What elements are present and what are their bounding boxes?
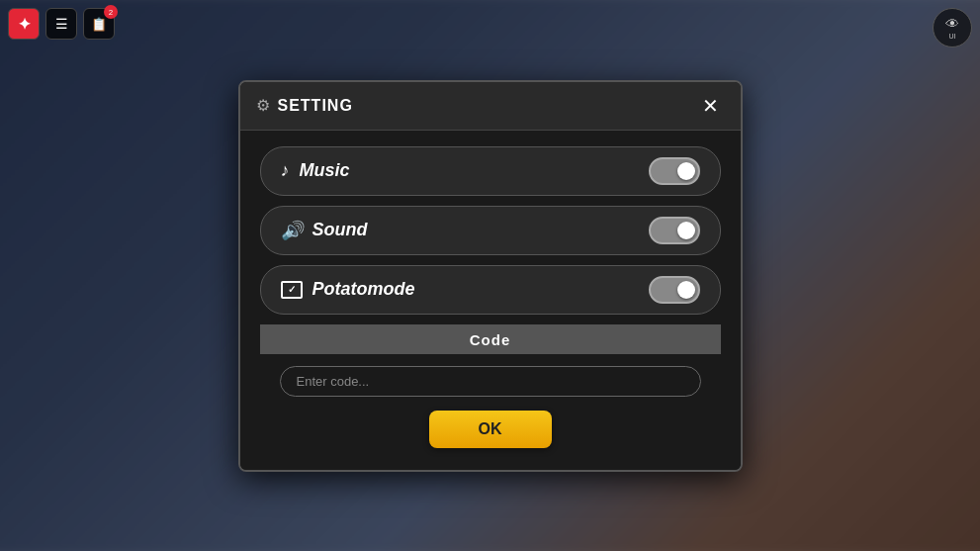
sound-toggle-thumb — [677, 222, 695, 239]
code-input-row — [260, 366, 721, 397]
close-button[interactable]: ✕ — [696, 94, 725, 118]
sound-setting-row: 🔊 Sound — [260, 206, 721, 255]
code-section-label: Code — [260, 325, 721, 354]
potatomode-toggle-thumb — [677, 281, 695, 299]
sound-toggle[interactable] — [649, 217, 700, 244]
code-input[interactable] — [280, 366, 701, 397]
potatomode-label-text: Potatomode — [312, 279, 415, 300]
modal-title-row: ⚙ SETTING — [256, 96, 353, 115]
music-label-text: Music — [300, 160, 350, 181]
sound-icon: 🔊 — [281, 220, 303, 241]
modal-body: ♪ Music 🔊 Sound — [240, 131, 741, 470]
potatomode-toggle-track — [649, 276, 700, 304]
settings-modal: ⚙ SETTING ✕ ♪ Music — [238, 80, 743, 472]
potatomode-toggle[interactable] — [649, 276, 700, 304]
music-setting-row: ♪ Music — [260, 146, 721, 196]
sound-label: 🔊 Sound — [281, 220, 368, 241]
music-toggle-thumb — [677, 162, 695, 180]
modal-header: ⚙ SETTING ✕ — [240, 82, 741, 131]
code-section: Code OK — [260, 324, 721, 454]
potatomode-label: ✓ Potatomode — [281, 279, 415, 300]
ok-button-row: OK — [260, 411, 721, 454]
potatomode-setting-row: ✓ Potatomode — [260, 265, 721, 315]
potatomode-icon: ✓ — [281, 281, 303, 299]
music-toggle[interactable] — [649, 157, 700, 185]
gear-icon: ⚙ — [256, 96, 270, 115]
modal-overlay: ⚙ SETTING ✕ ♪ Music — [0, 0, 980, 551]
sound-label-text: Sound — [312, 220, 368, 240]
music-toggle-track — [649, 157, 700, 185]
modal-title: SETTING — [278, 97, 353, 115]
sound-toggle-track — [649, 217, 700, 244]
ok-button[interactable]: OK — [429, 411, 552, 448]
music-icon: ♪ — [281, 160, 290, 181]
music-label: ♪ Music — [281, 160, 350, 181]
